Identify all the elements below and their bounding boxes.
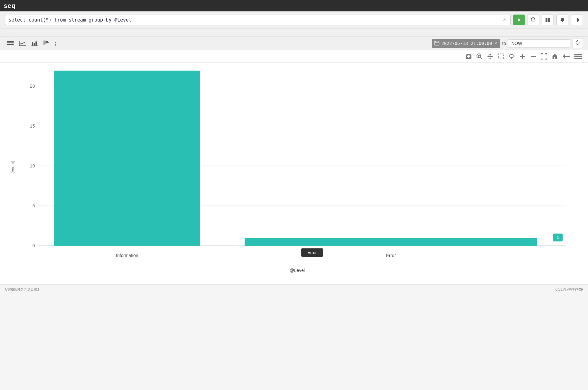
table-view-button[interactable] — [5, 39, 16, 47]
svg-text:Error: Error — [308, 250, 317, 255]
svg-rect-33 — [574, 54, 582, 55]
svg-rect-35 — [574, 58, 582, 59]
svg-text:5: 5 — [32, 203, 35, 208]
svg-rect-11 — [32, 42, 33, 46]
chart-container: (count) 0 5 10 15 20 Informati — [19, 69, 575, 265]
pan-button[interactable] — [486, 52, 494, 60]
svg-marker-31 — [552, 54, 558, 59]
ellipsis-text: ... — [5, 30, 9, 35]
date-end-input[interactable] — [508, 39, 570, 47]
fullscreen-button[interactable] — [540, 52, 548, 60]
svg-text:20: 20 — [30, 84, 35, 89]
zoom-button[interactable] — [475, 52, 483, 60]
svg-text:0: 0 — [32, 243, 35, 248]
top-bar: seq — [0, 0, 588, 11]
svg-marker-32 — [563, 54, 570, 59]
svg-point-26 — [509, 54, 514, 58]
line-chart-button[interactable] — [17, 39, 28, 47]
svg-text:1: 1 — [557, 235, 559, 240]
query-input-container[interactable]: select count(*) from stream group by @Le… — [5, 15, 511, 25]
query-text[interactable]: select count(*) from stream group by @Le… — [9, 17, 131, 23]
svg-rect-4 — [548, 20, 550, 22]
svg-rect-29 — [520, 56, 525, 57]
home-button[interactable] — [551, 52, 559, 60]
chart-area: (count) 0 5 10 15 20 Informati — [0, 63, 588, 284]
svg-rect-2 — [548, 18, 550, 20]
bar-chart-button[interactable] — [29, 39, 40, 47]
app-logo: seq — [4, 2, 16, 9]
view-toolbar: ; 2022-05-13 21:00:00 × to — [0, 37, 588, 50]
svg-rect-3 — [546, 20, 547, 22]
signal-button[interactable] — [571, 15, 583, 25]
svg-text:Error: Error — [386, 253, 396, 258]
menu-button[interactable] — [573, 53, 583, 60]
view-icons-group: ; — [5, 39, 59, 48]
svg-rect-34 — [574, 56, 582, 57]
x-axis-label: @Level — [19, 268, 575, 273]
svg-rect-25 — [498, 54, 503, 59]
svg-rect-1 — [546, 18, 547, 20]
brand-text: CSDN @@@tte — [555, 287, 583, 292]
svg-rect-8 — [7, 44, 14, 45]
camera-button[interactable] — [464, 53, 473, 60]
svg-point-5 — [577, 20, 578, 21]
computed-text: Computed in 0.2 ms — [5, 287, 39, 292]
svg-rect-13 — [35, 41, 37, 46]
pie-chart-button[interactable] — [41, 39, 51, 48]
zoom-out-button[interactable] — [529, 52, 537, 60]
y-axis-label: (count) — [10, 161, 15, 173]
raw-icon: ; — [55, 41, 56, 46]
date-clear-button[interactable]: × — [494, 41, 498, 46]
svg-text:Information: Information — [116, 253, 138, 258]
svg-rect-15 — [435, 41, 439, 45]
bar-information[interactable] — [54, 71, 200, 246]
alert-button[interactable] — [556, 15, 568, 25]
back-button[interactable] — [561, 53, 571, 60]
svg-line-21 — [480, 57, 482, 59]
svg-rect-30 — [531, 56, 536, 57]
select-button[interactable] — [497, 52, 505, 60]
svg-rect-7 — [7, 42, 14, 43]
svg-marker-24 — [487, 53, 493, 59]
query-bar: select count(*) from stream group by @Le… — [0, 11, 588, 29]
date-reset-button[interactable] — [572, 39, 583, 48]
svg-rect-12 — [34, 43, 35, 46]
query-clear-button[interactable]: × — [502, 17, 507, 23]
raw-view-button[interactable]: ; — [53, 39, 59, 48]
svg-marker-0 — [518, 18, 521, 22]
calendar-icon — [434, 41, 439, 47]
refresh-button[interactable] — [527, 15, 539, 25]
date-to-label: to — [502, 41, 506, 46]
svg-text:10: 10 — [30, 163, 35, 168]
chart-svg: 0 5 10 15 20 Information Error 1 Error — [19, 69, 575, 265]
date-start-value[interactable]: 2022-05-13 21:00:00 — [441, 41, 492, 46]
footer: Computed in 0.2 ms CSDN @@@tte — [0, 284, 588, 294]
svg-text:15: 15 — [30, 123, 35, 129]
lasso-button[interactable] — [508, 52, 516, 60]
date-range-controls: 2022-05-13 21:00:00 × to — [432, 39, 583, 48]
ellipsis-row: ... — [0, 29, 588, 37]
date-start-wrap: 2022-05-13 21:00:00 × — [432, 39, 500, 48]
grid-button[interactable] — [542, 15, 554, 25]
run-button[interactable] — [513, 15, 525, 25]
bar-error[interactable] — [245, 238, 537, 246]
svg-rect-6 — [7, 41, 14, 42]
zoom-in-button[interactable] — [518, 52, 527, 60]
chart-toolbar — [0, 50, 588, 63]
